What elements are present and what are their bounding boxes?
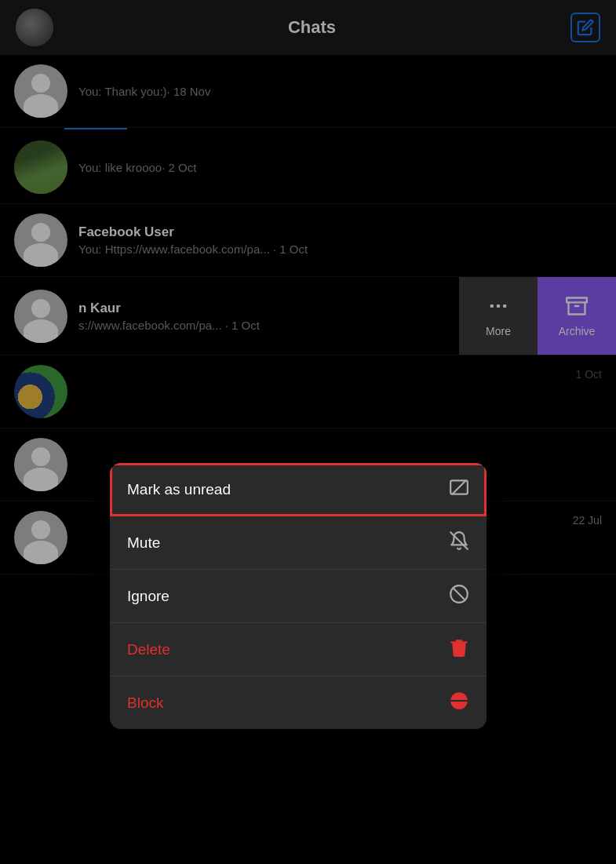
svg-rect-10 [450, 700, 468, 702]
profile-avatar[interactable] [16, 9, 53, 46]
chat-time: 1 Oct [576, 368, 602, 381]
blue-divider [64, 128, 127, 129]
more-label: More [486, 325, 511, 337]
chat-preview: s://www.facebook.com/pa... · 1 Oct [78, 319, 447, 332]
svg-line-8 [453, 588, 465, 600]
mute-icon [449, 530, 469, 555]
archive-label: Archive [559, 325, 596, 337]
chat-content: You: like kroooo· 2 Oct [78, 161, 602, 174]
archive-button[interactable]: Archive [538, 277, 616, 355]
chat-item-n-kaur[interactable]: n Kaur s://www.facebook.com/pa... · 1 Oc… [0, 277, 616, 355]
block-label: Block [127, 694, 163, 712]
chat-preview: You: Https://www.facebook.com/pa... · 1 … [78, 242, 602, 256]
context-menu: Mark as unread Mute Ignore [110, 463, 487, 729]
chat-preview: You: Thank you:)· 18 Nov [78, 85, 602, 98]
chat-item[interactable]: You: Thank you:)· 18 Nov [0, 55, 616, 128]
chat-item[interactable]: You: like kroooo· 2 Oct [0, 131, 616, 204]
header: Chats [0, 0, 616, 55]
chat-content: Facebook User You: Https://www.facebook.… [78, 224, 602, 256]
mark-unread-icon [449, 477, 469, 501]
chat-preview: You: like kroooo· 2 Oct [78, 161, 602, 174]
chat-avatar [14, 140, 67, 194]
chat-avatar [14, 365, 67, 418]
chat-avatar [14, 213, 67, 267]
chat-content: n Kaur s://www.facebook.com/pa... · 1 Oc… [78, 301, 447, 332]
svg-rect-3 [567, 297, 587, 302]
delete-icon [449, 637, 469, 662]
svg-point-1 [497, 304, 501, 308]
more-button[interactable]: More [459, 277, 538, 355]
context-menu-mark-unread[interactable]: Mark as unread [110, 463, 487, 516]
chat-avatar [14, 438, 67, 491]
more-dots-icon [487, 295, 509, 322]
block-icon [449, 691, 469, 715]
chat-avatar [14, 511, 67, 564]
delete-label: Delete [127, 641, 170, 658]
chat-name: n Kaur [78, 301, 447, 316]
svg-line-5 [452, 480, 465, 494]
compose-button[interactable] [570, 13, 600, 42]
mute-label: Mute [127, 534, 160, 552]
page-title: Chats [288, 17, 336, 38]
context-menu-mute[interactable]: Mute [110, 516, 487, 570]
mark-unread-label: Mark as unread [127, 481, 231, 498]
swipe-actions: More Archive [459, 277, 616, 355]
context-menu-ignore[interactable]: Ignore [110, 570, 487, 623]
context-menu-block[interactable]: Block [110, 676, 487, 729]
chat-avatar [14, 64, 67, 118]
chat-name: Facebook User [78, 224, 602, 240]
chat-item[interactable]: 1 Oct [0, 355, 616, 428]
ignore-label: Ignore [127, 588, 169, 605]
chat-avatar [14, 290, 67, 343]
ignore-icon [449, 584, 469, 608]
svg-point-2 [503, 304, 507, 308]
chat-time: 22 Jul [573, 514, 602, 527]
context-menu-delete[interactable]: Delete [110, 623, 487, 676]
chat-item-facebook-user[interactable]: Facebook User You: Https://www.facebook.… [0, 204, 616, 277]
archive-icon [566, 295, 588, 322]
chat-content: You: Thank you:)· 18 Nov [78, 85, 602, 98]
svg-point-0 [490, 304, 494, 308]
